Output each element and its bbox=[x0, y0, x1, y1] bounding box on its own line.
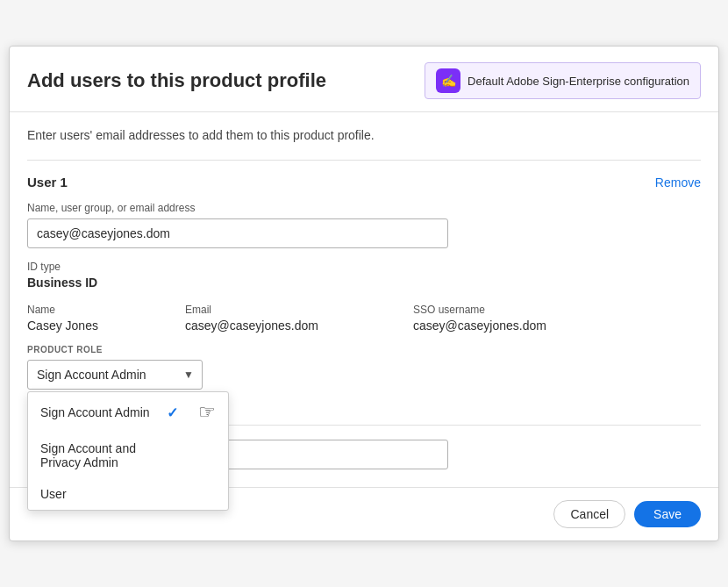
role-dropdown-wrapper: Sign Account Admin Sign Account and Priv… bbox=[27, 360, 203, 390]
product-role-section: PRODUCT ROLE Sign Account Admin Sign Acc… bbox=[27, 345, 701, 390]
content-area: Enter users' email addresses to add them… bbox=[10, 112, 718, 478]
email-field-label: Name, user group, or email address bbox=[27, 202, 701, 214]
header-title-area: Add users to this product profile bbox=[27, 69, 412, 92]
configuration-badge: ✍ Default Adobe Sign-Enterprise configur… bbox=[425, 62, 701, 99]
email-col: Email casey@caseyjones.dom bbox=[185, 304, 413, 333]
cursor-icon: ☞ bbox=[198, 401, 216, 424]
role-dropdown-menu: Sign Account Admin ✓ ☞ Sign Account andP… bbox=[27, 391, 229, 511]
selected-checkmark: ✓ bbox=[167, 404, 178, 421]
email-col-value: casey@caseyjones.dom bbox=[185, 319, 413, 333]
id-type-section: ID type Business ID bbox=[27, 261, 701, 290]
subtitle-text: Enter users' email addresses to add them… bbox=[27, 128, 701, 142]
name-label: Name bbox=[27, 304, 185, 316]
adobe-sign-icon: ✍ bbox=[436, 68, 460, 93]
name-value: Casey Jones bbox=[27, 319, 185, 333]
email-col-label: Email bbox=[185, 304, 413, 316]
user-1-label: User 1 bbox=[27, 175, 68, 190]
save-button[interactable]: Save bbox=[634, 501, 701, 527]
header: Add users to this product profile ✍ Defa… bbox=[10, 47, 718, 112]
remove-button[interactable]: Remove bbox=[655, 175, 701, 190]
main-window: Add users to this product profile ✍ Defa… bbox=[9, 46, 719, 541]
dropdown-item-label-2: Sign Account andPrivacy Admin bbox=[40, 441, 136, 469]
page-title: Add users to this product profile bbox=[27, 69, 412, 92]
dropdown-item-user[interactable]: User bbox=[28, 478, 228, 510]
dropdown-item-label-3: User bbox=[40, 487, 67, 501]
dropdown-item-privacy-admin[interactable]: Sign Account andPrivacy Admin bbox=[28, 433, 228, 478]
dropdown-item-label: Sign Account Admin bbox=[40, 405, 150, 419]
name-col: Name Casey Jones bbox=[27, 304, 185, 333]
id-type-label: ID type bbox=[27, 261, 701, 273]
sso-col: SSO username casey@caseyjones.dom bbox=[413, 304, 701, 333]
product-role-label: PRODUCT ROLE bbox=[27, 345, 701, 354]
user-info-grid: Name Casey Jones Email casey@caseyjones.… bbox=[27, 304, 701, 333]
user-1-section: User 1 Remove Name, user group, or email… bbox=[27, 175, 701, 390]
sso-label: SSO username bbox=[413, 304, 701, 316]
configuration-name: Default Adobe Sign-Enterprise configurat… bbox=[467, 75, 689, 88]
sso-value: casey@caseyjones.dom bbox=[413, 319, 701, 333]
user-1-header: User 1 Remove bbox=[27, 175, 701, 190]
user-email-input[interactable] bbox=[27, 218, 448, 248]
cancel-button[interactable]: Cancel bbox=[553, 500, 625, 528]
role-dropdown[interactable]: Sign Account Admin Sign Account and Priv… bbox=[27, 360, 203, 390]
dropdown-item-sign-admin[interactable]: Sign Account Admin ✓ ☞ bbox=[28, 392, 228, 433]
divider bbox=[27, 160, 701, 161]
id-type-value: Business ID bbox=[27, 276, 701, 290]
